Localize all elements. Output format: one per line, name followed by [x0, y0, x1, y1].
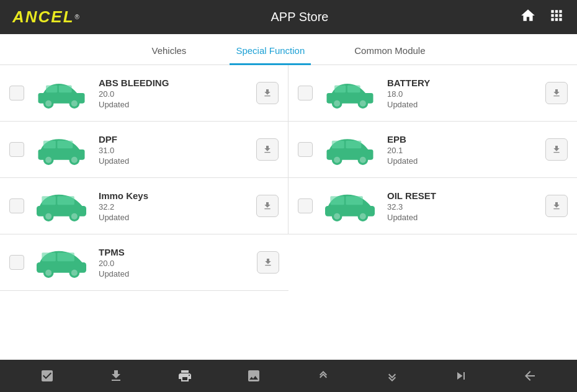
svg-rect-9 — [327, 93, 373, 104]
abs-info: ABS BLEEDING 20.0 Updated — [99, 78, 250, 109]
oil-version: 32.3 — [387, 202, 539, 212]
svg-rect-16 — [38, 149, 85, 160]
svg-point-25 — [360, 157, 366, 163]
svg-point-46 — [71, 270, 78, 276]
tpms-car-icon — [30, 244, 92, 281]
svg-rect-20 — [43, 141, 56, 149]
dpf-version: 31.0 — [99, 146, 250, 155]
tab-vehicles[interactable]: Vehicles — [146, 38, 193, 65]
oil-download-button[interactable] — [545, 195, 568, 217]
svg-point-4 — [71, 100, 78, 107]
list-item: TPMS 20.0 Updated — [0, 234, 288, 291]
abs-status: Updated — [99, 100, 250, 109]
immo-download-button[interactable] — [256, 195, 279, 217]
svg-rect-47 — [57, 252, 74, 261]
page-title: APP Store — [271, 10, 328, 24]
tpms-download-button[interactable] — [257, 251, 279, 274]
epb-status: Updated — [387, 156, 539, 166]
svg-point-18 — [71, 157, 78, 163]
epb-info: EPB 20.1 Updated — [387, 134, 539, 166]
svg-point-39 — [360, 213, 366, 220]
battery-version: 18.0 — [387, 89, 539, 99]
abs-checkbox[interactable] — [9, 86, 24, 100]
tab-special-function[interactable]: Special Function — [230, 38, 311, 65]
abs-version: 20.0 — [99, 89, 250, 99]
back-button[interactable] — [517, 363, 542, 388]
tpms-info: TPMS 20.0 Updated — [99, 247, 251, 278]
print-button[interactable] — [172, 363, 197, 388]
list-item: Immo Keys 32.2 Updated — [0, 178, 288, 234]
svg-rect-48 — [42, 252, 55, 261]
download-all-button[interactable] — [104, 363, 128, 388]
svg-rect-5 — [59, 86, 72, 93]
svg-rect-13 — [334, 86, 346, 93]
dpf-download-button[interactable] — [256, 138, 279, 161]
epb-download-button[interactable] — [545, 138, 568, 161]
svg-rect-6 — [46, 86, 57, 93]
battery-car-icon — [319, 74, 381, 112]
tab-common-module[interactable]: Common Module — [348, 38, 431, 65]
logo-text: ANCEL — [12, 7, 74, 27]
scroll-up-button[interactable] — [311, 363, 336, 388]
list-item: BATTERY 18.0 Updated — [288, 65, 577, 122]
app-grid: ABS BLEEDING 20.0 Updated — [0, 65, 577, 291]
battery-status: Updated — [387, 100, 539, 109]
epb-checkbox[interactable] — [298, 142, 313, 157]
abs-download-button[interactable] — [256, 82, 279, 104]
oil-status: Updated — [387, 213, 539, 222]
immo-status: Updated — [99, 213, 250, 222]
dpf-car-icon — [30, 131, 92, 168]
epb-version: 20.1 — [387, 146, 539, 155]
oil-checkbox[interactable] — [298, 198, 313, 213]
epb-car-icon — [319, 131, 381, 168]
oil-name: OIL RESET — [387, 190, 539, 201]
svg-rect-19 — [57, 141, 73, 149]
immo-checkbox[interactable] — [9, 198, 24, 213]
svg-rect-12 — [347, 86, 360, 93]
tpms-name: TPMS — [99, 247, 251, 257]
svg-rect-27 — [332, 141, 344, 149]
scroll-down-button[interactable] — [380, 363, 405, 388]
svg-point-11 — [360, 100, 366, 107]
app-header: ANCEL® APP Store — [0, 0, 577, 34]
abs-name: ABS BLEEDING — [99, 78, 250, 88]
header-actions — [520, 7, 565, 27]
svg-point-10 — [334, 100, 340, 107]
image-button[interactable] — [241, 363, 266, 388]
app-list: ABS BLEEDING 20.0 Updated — [0, 65, 577, 360]
tpms-status: Updated — [99, 269, 251, 278]
battery-download-button[interactable] — [545, 82, 568, 104]
svg-rect-23 — [327, 149, 373, 160]
dpf-checkbox[interactable] — [9, 142, 24, 157]
svg-rect-44 — [37, 262, 86, 273]
svg-rect-40 — [346, 196, 363, 205]
immo-info: Immo Keys 32.2 Updated — [99, 190, 250, 222]
svg-rect-37 — [325, 206, 375, 216]
svg-rect-2 — [38, 93, 85, 104]
svg-point-38 — [334, 213, 340, 220]
svg-rect-33 — [57, 196, 74, 205]
tpms-checkbox[interactable] — [9, 255, 24, 270]
grid-icon[interactable] — [548, 7, 565, 27]
oil-info: OIL RESET 32.3 Updated — [387, 190, 539, 222]
home-icon[interactable] — [520, 7, 536, 27]
abs-car-icon — [30, 74, 92, 112]
oil-car-icon — [319, 187, 381, 225]
dpf-info: DPF 31.0 Updated — [99, 134, 250, 166]
select-all-button[interactable] — [35, 363, 60, 388]
immo-version: 32.2 — [99, 202, 250, 212]
svg-point-31 — [45, 213, 51, 220]
battery-checkbox[interactable] — [298, 86, 313, 100]
svg-point-45 — [45, 270, 51, 276]
epb-name: EPB — [387, 134, 539, 145]
svg-point-32 — [71, 213, 78, 220]
svg-point-3 — [45, 100, 51, 107]
svg-point-17 — [45, 157, 51, 163]
svg-rect-30 — [37, 206, 86, 216]
tpms-version: 20.0 — [99, 259, 251, 268]
battery-name: BATTERY — [387, 78, 539, 88]
list-item: EPB 20.1 Updated — [288, 122, 577, 178]
fast-forward-button[interactable] — [449, 363, 473, 388]
list-item: DPF 31.0 Updated — [0, 122, 288, 178]
svg-rect-34 — [42, 196, 55, 205]
